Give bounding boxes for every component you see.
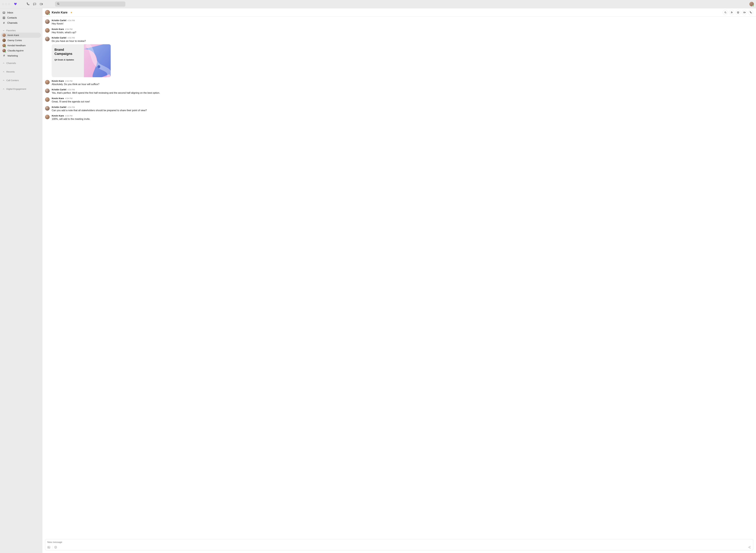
nav-contacts[interactable]: Contacts [1, 15, 41, 20]
message-composer[interactable] [45, 539, 753, 550]
message-text: Absolutely. Do you think an hour will su… [52, 83, 753, 86]
attachment-card[interactable]: Brand CampaignsQ4 Goals & Updates [52, 44, 111, 77]
presence-dot-icon [753, 5, 754, 6]
sidebar-item-marketing-channel[interactable]: # Marketing [1, 53, 41, 58]
hash-icon: # [2, 54, 6, 57]
traffic-light-close[interactable] [2, 3, 4, 5]
fav-label: Kendal Needham [8, 44, 26, 47]
video-call-button[interactable] [742, 10, 747, 15]
attach-image-icon[interactable] [47, 546, 50, 549]
share-screen-button[interactable] [736, 10, 741, 15]
presence-dot-icon [5, 51, 6, 53]
nav-label: Contacts [7, 16, 17, 19]
app-logo-icon [14, 2, 17, 6]
message-author: Kristin Carlel [52, 19, 66, 22]
message: Kevin Kare4:54 PMGreat, I'll send the ag… [45, 97, 753, 103]
message-list: Kristin Carlel4:54 PMHey Kevin!Kevin Kar… [42, 17, 756, 539]
traffic-light-minimize[interactable] [5, 3, 7, 5]
fav-label: Claudia Aguirre [8, 49, 23, 52]
message-time: 4:54 PM [67, 106, 75, 108]
svg-point-14 [55, 547, 56, 547]
chevron-up-icon [2, 79, 5, 82]
avatar [2, 49, 6, 52]
svg-point-6 [731, 12, 732, 12]
svg-rect-8 [744, 12, 745, 13]
svg-point-5 [725, 12, 726, 13]
message: Kristin Carlel4:54 PMDo you have an hour… [45, 36, 753, 77]
message-avatar [45, 97, 50, 102]
conversation-title: Kevin Kare [52, 11, 68, 14]
sidebar-item-claudia-aguirre[interactable]: Claudia Aguirre [1, 48, 41, 53]
svg-point-12 [48, 547, 49, 547]
conversation-pane: Kevin Kare ★ Kristin Carlel4:54 PMHey Ke… [42, 8, 756, 553]
section-label: Channels [6, 62, 16, 64]
message-author: Kristin Carlel [52, 88, 66, 91]
titlebar [0, 0, 756, 8]
message-avatar [45, 115, 50, 119]
global-search[interactable] [55, 2, 125, 7]
fav-label: Kevin Kare [8, 34, 19, 36]
nav-channels[interactable]: # Channels [1, 20, 41, 25]
emoji-icon[interactable] [54, 546, 57, 549]
message: Kevin Kare4:54 PMAbsolutely. Do you thin… [45, 80, 753, 86]
fav-label: Marketing [8, 54, 18, 57]
nav-label: Inbox [7, 11, 13, 14]
section-label: Recents [6, 70, 15, 73]
section-channels[interactable]: Channels [1, 60, 41, 65]
section-recents[interactable]: Recents [1, 69, 41, 74]
traffic-light-zoom[interactable] [8, 3, 10, 5]
conv-search-button[interactable] [723, 10, 728, 15]
send-button[interactable] [748, 546, 751, 549]
message-time: 4:54 PM [67, 89, 75, 91]
message-time: 4:54 PM [67, 37, 75, 39]
message-author: Kevin Kare [52, 80, 64, 82]
message-author: Kristin Carlel [52, 36, 66, 39]
svg-point-10 [97, 65, 100, 68]
voice-call-button[interactable] [748, 10, 753, 15]
message-time: 4:54 PM [65, 28, 72, 30]
star-icon[interactable]: ★ [70, 11, 72, 14]
search-input[interactable] [61, 3, 124, 5]
sidebar-item-kendal-needham[interactable]: Kendal Needham [1, 43, 41, 48]
avatar [2, 44, 6, 47]
nav-inbox[interactable]: Inbox [1, 10, 41, 15]
message-author: Kevin Kare [52, 114, 64, 117]
phone-icon[interactable] [26, 2, 29, 6]
attachment-thumbnail [84, 44, 111, 77]
section-favorites[interactable]: Favorites [1, 28, 41, 32]
message: Kristin Carlel4:54 PMCan you add a note … [45, 106, 753, 112]
message-author: Kevin Kare [52, 28, 64, 30]
message: Kristin Carlel4:54 PMHey Kevin! [45, 19, 753, 25]
search-icon [57, 2, 60, 6]
composer-input[interactable] [47, 541, 751, 544]
svg-rect-0 [33, 3, 36, 5]
message: Kristin Carlel4:54 PMYes, that's perfect… [45, 88, 753, 95]
section-digital-engagement[interactable]: Digital Engagement [1, 86, 41, 91]
svg-rect-1 [40, 3, 42, 5]
message-text: 100%, will add to the meeting invite. [52, 117, 753, 121]
message-text: Yes, that's perfect. We'll spend the fir… [52, 91, 753, 95]
sidebar-item-kevin-kare[interactable]: Kevin Kare [1, 32, 41, 38]
section-label: Call Centers [6, 79, 19, 82]
message-time: 4:54 PM [65, 80, 72, 82]
conversation-avatar[interactable] [45, 10, 50, 15]
message-author: Kristin Carlel [52, 106, 66, 108]
sidebar-item-danny-cortes[interactable]: Danny Cortes [1, 38, 41, 43]
fav-label: Danny Cortes [8, 39, 22, 42]
message-avatar [45, 80, 50, 84]
message-avatar [45, 37, 50, 41]
video-icon[interactable] [40, 2, 43, 6]
section-call-centers[interactable]: Call Centers [1, 78, 41, 82]
current-user-avatar[interactable] [749, 2, 754, 6]
avatar [2, 33, 6, 37]
svg-point-13 [55, 546, 57, 548]
add-person-button[interactable] [729, 10, 734, 15]
svg-rect-11 [48, 546, 50, 548]
chevron-up-icon [2, 62, 5, 64]
contacts-icon [2, 16, 5, 19]
sidebar: Inbox Contacts # Channels Favorites Kevi… [0, 8, 42, 553]
message-icon[interactable] [33, 2, 36, 6]
presence-dot-icon [5, 46, 6, 48]
conversation-actions [723, 10, 753, 15]
message-avatar [45, 106, 50, 110]
